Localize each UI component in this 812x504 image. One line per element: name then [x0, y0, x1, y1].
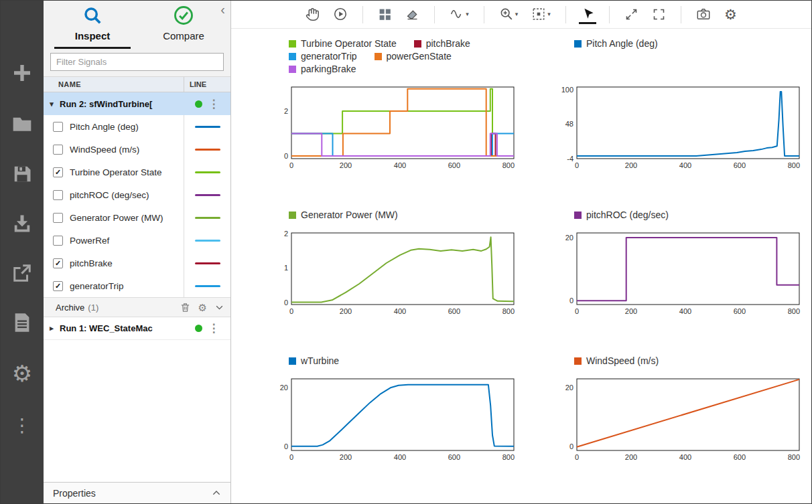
- plot-windspeed[interactable]: 0200400600800020: [555, 375, 803, 463]
- signal-table-header: NAME LINE: [44, 76, 230, 92]
- signal-row[interactable]: PowerRef: [44, 229, 230, 252]
- vertical-ellipsis-icon: ⋮: [13, 415, 31, 436]
- svg-text:600: 600: [448, 161, 460, 169]
- signal-name: pitchBrake: [70, 258, 184, 268]
- legend-label: Generator Power (MW): [301, 209, 398, 220]
- signal-row[interactable]: pitchROC (deg/sec): [44, 183, 230, 206]
- signal-checkbox[interactable]: [53, 122, 63, 132]
- legend-item[interactable]: wTurbine: [289, 355, 339, 366]
- plot-state-signals[interactable]: 020040060080002: [270, 84, 518, 171]
- plot-pitch-angle[interactable]: 0200400600800-448100: [555, 84, 803, 171]
- signal-checkbox[interactable]: [53, 236, 63, 246]
- signal-checkbox[interactable]: [53, 213, 63, 223]
- svg-text:600: 600: [734, 161, 746, 169]
- signal-row[interactable]: Pitch Angle (deg): [44, 115, 230, 138]
- legend-item[interactable]: powerGenState: [375, 51, 452, 62]
- export-button[interactable]: [12, 263, 32, 283]
- plot-legend: wTurbine: [289, 355, 518, 366]
- pan-button[interactable]: [303, 5, 322, 25]
- signal-line-swatch: [195, 285, 220, 287]
- legend-label: powerGenState: [387, 51, 452, 62]
- pointer-button[interactable]: [579, 5, 596, 24]
- run-menu-icon[interactable]: ⋮: [208, 323, 220, 334]
- legend-item[interactable]: pitchBrake: [414, 38, 470, 49]
- legend-swatch: [574, 40, 582, 48]
- layout-button[interactable]: [376, 5, 394, 25]
- zoom-in-magnifier-icon: [499, 7, 514, 21]
- signal-checkbox[interactable]: ✓: [53, 258, 63, 268]
- signal-line-swatch: [195, 194, 220, 196]
- tab-inspect[interactable]: Inspect: [54, 1, 131, 49]
- run-row-2[interactable]: ▾ Run 2: sfWindTurbine[ ⋮: [44, 92, 230, 115]
- signal-row[interactable]: ✓ pitchBrake: [44, 252, 230, 274]
- delete-archive-button[interactable]: [180, 303, 190, 313]
- toolbar-separator: [609, 6, 610, 23]
- properties-bar[interactable]: Properties: [44, 482, 230, 503]
- legend-item[interactable]: generatorTrip: [289, 51, 357, 62]
- legend-item[interactable]: parkingBrake: [289, 64, 356, 74]
- signals-menu-button[interactable]: ▾: [448, 4, 471, 25]
- more-options-button[interactable]: ⋮: [13, 414, 31, 437]
- legend-item[interactable]: WindSpeed (m/s): [574, 355, 659, 366]
- simulation-data-inspector-window: ⚙ ⋮ Inspect Compare ‹ NAME LINE: [0, 0, 812, 504]
- svg-text:200: 200: [340, 161, 352, 169]
- plot-wturbine[interactable]: 0200400600800020: [270, 375, 518, 463]
- signal-row[interactable]: Generator Power (MW): [44, 206, 230, 229]
- legend-item[interactable]: pitchROC (deg/sec): [574, 209, 669, 220]
- export-icon: [12, 263, 32, 283]
- clear-plots-button[interactable]: [403, 5, 421, 25]
- plot-generator-power[interactable]: 0200400600800012: [270, 230, 518, 317]
- filter-signals-input[interactable]: [50, 53, 224, 71]
- signal-row[interactable]: WindSpeed (m/s): [44, 138, 230, 161]
- fit-to-view-button[interactable]: ▾: [529, 4, 553, 25]
- svg-text:0: 0: [284, 299, 288, 307]
- svg-text:400: 400: [679, 161, 691, 169]
- expand-button[interactable]: [622, 5, 640, 25]
- archive-settings-button[interactable]: ⚙: [198, 303, 207, 313]
- tab-compare[interactable]: Compare: [145, 1, 222, 49]
- properties-label: Properties: [53, 488, 96, 499]
- preferences-button[interactable]: ⚙: [12, 362, 32, 385]
- signal-row[interactable]: ✓ Turbine Operator State: [44, 161, 230, 183]
- archive-label: Archive: [56, 303, 84, 313]
- replay-button[interactable]: [331, 4, 350, 25]
- plot-pitchroc[interactable]: 0200400600800020: [555, 230, 803, 317]
- plot-legend: Pitch Angle (deg): [574, 38, 803, 49]
- zoom-in-button[interactable]: ▾: [497, 4, 521, 25]
- collapse-panel-icon[interactable]: ‹: [220, 2, 225, 17]
- svg-text:-4: -4: [567, 155, 573, 163]
- run-menu-icon[interactable]: ⋮: [208, 98, 220, 110]
- snapshot-button[interactable]: [694, 4, 713, 25]
- archive-header[interactable]: Archive (1) ⚙: [44, 297, 230, 317]
- add-button[interactable]: [11, 62, 33, 84]
- create-report-button[interactable]: [13, 313, 31, 333]
- legend-item[interactable]: Generator Power (MW): [289, 209, 398, 220]
- hand-icon: [306, 7, 320, 21]
- archive-collapse-button[interactable]: [215, 303, 224, 312]
- run-row-1[interactable]: ▸ Run 1: WEC_StateMac ⋮: [44, 317, 230, 340]
- signal-checkbox[interactable]: ✓: [53, 167, 63, 177]
- signal-checkbox[interactable]: ✓: [53, 281, 63, 291]
- svg-text:200: 200: [625, 453, 637, 461]
- settings-button[interactable]: ⚙: [722, 5, 739, 25]
- signal-checkbox[interactable]: [53, 145, 63, 155]
- import-button[interactable]: [12, 214, 32, 234]
- signal-browser-panel: Inspect Compare ‹ NAME LINE ▾ Run 2: sfW…: [44, 1, 231, 503]
- plot-legend: Generator Power (MW): [289, 209, 518, 220]
- signal-checkbox[interactable]: [53, 190, 63, 200]
- signal-row[interactable]: ✓ generatorTrip: [44, 274, 230, 297]
- caret-right-icon[interactable]: ▸: [44, 324, 60, 333]
- chevron-down-icon: [215, 303, 224, 312]
- open-button[interactable]: [11, 113, 33, 135]
- caret-down-icon[interactable]: ▾: [44, 100, 60, 108]
- fullscreen-button[interactable]: [650, 5, 668, 25]
- legend-label: Pitch Angle (deg): [586, 38, 658, 49]
- save-button[interactable]: [12, 164, 32, 184]
- svg-text:0: 0: [284, 152, 288, 160]
- legend-item[interactable]: Pitch Angle (deg): [574, 38, 658, 49]
- svg-text:0: 0: [289, 307, 293, 315]
- legend-item[interactable]: Turbine Operator State: [289, 38, 397, 49]
- svg-text:0: 0: [575, 161, 579, 169]
- legend-label: WindSpeed (m/s): [586, 355, 659, 366]
- svg-text:800: 800: [788, 307, 800, 315]
